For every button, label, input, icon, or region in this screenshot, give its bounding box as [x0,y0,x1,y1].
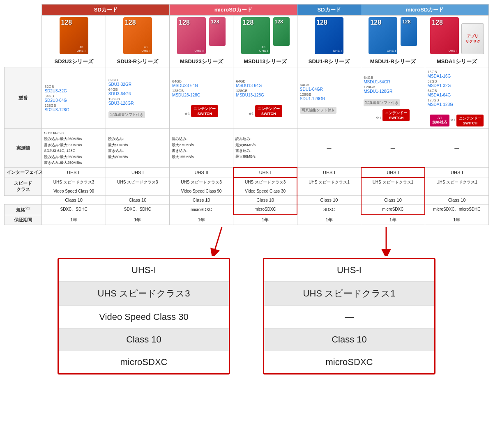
msdu23-class10: Class 10 [170,195,233,204]
product-images-row: 128 4KUHS-II 128 4KUHS-I [5,16,489,56]
sd2u3-series-name: SD2U3シリーズ [42,56,106,67]
sdu1r-interface: UHS-I [297,168,361,177]
sdu3-64gr-link[interactable]: SDU3-64GR [108,92,167,96]
sdu1r-img-cell: 128 UHS-I [297,16,361,56]
sd2u3-img-cell: 128 4KUHS-II [42,16,106,56]
measured-row: 実測値 SD2U3-32G読み込み:最大260MB/s書き込み:最大220MB/… [5,129,489,168]
sdu1r-measured: — [297,129,361,168]
msda1-16g-link[interactable]: MSDA1-16G [428,74,486,78]
msda1-img-cell: 128 UHS-I アプリサクサク [425,16,488,56]
detail-section: UHS-I UHS スピードクラス3 Video Speed Class 30 … [0,256,493,387]
measured-label: 実測値 [5,129,42,168]
msda1-format: microSDXC、microSDHC [425,204,488,215]
left-detail-video-speed: Video Speed Class 30 [59,306,229,329]
sd-group-header-1: SDカード [42,5,170,16]
msda1-uhs: UHS スピードクラス1 [425,177,488,187]
msdu1r-models: 64GB MSDU1-64GR 128GB MSDU1-128GR 写真編集ソフ… [361,67,425,129]
sdu3-32gr-link[interactable]: SDU3-32GR [108,82,167,87]
msdu23-64g-link[interactable]: MSDU23-64G [172,83,230,88]
a1-badge-msda1: A1規格対応 [430,115,449,126]
sd2u3-class10: Class 10 [42,195,106,204]
msdu23-format: microSDXC [170,204,233,215]
sdu1r-card: 128 UHS-I [315,17,343,54]
msdu1r-card-micro: 128 [401,17,417,46]
sdu3r-measured: 読み込み:最大90MB/s書き込み:最大80MB/s [106,129,169,168]
speed-class-label: スピードクラス [5,177,42,196]
msda1-class10: Class 10 [425,195,488,204]
msdu13-series-name: MSDU13シリーズ [233,56,297,67]
msdu23-interface: UHS-II [170,168,233,177]
interface-row: インターフェイス UHS-II UHS-I UHS-II UHS-I UHS-I… [5,168,489,177]
sd2u3-128g-link[interactable]: SD2U3-128G [44,108,103,112]
msdu23-card-1: 128 UHS-II [177,17,206,54]
sd2u3-interface: UHS-II [42,168,106,177]
msdu1-128gr-link[interactable]: MSDU1-128GR [364,89,422,94]
msdu23-measured: 読み込み:最大275MB/s書き込み:最大155MB/s [170,129,233,168]
svg-line-1 [214,227,222,254]
sdu1-128gr-link[interactable]: SDU1-128GR [300,96,358,101]
msda1-series-name: MSDA1シリーズ [425,56,488,67]
msdu13-warranty: 1年 [233,215,297,225]
sdu1r-video: — [297,187,361,195]
sdu1r-models: 64GB SDU1-64GR 128GB SDU1-128GR 写真編集ソフト付… [297,67,361,129]
msdu23-128g-link[interactable]: MSDU23-128G [172,93,230,97]
msdu13-128g-link[interactable]: MSDU13-128G [236,93,294,97]
msda1-128g-link[interactable]: MSDA1-128G [428,102,486,107]
uhs-speed-row: スピードクラス UHS スピードクラス3 UHS スピードクラス3 UHS スピ… [5,177,489,187]
msdu23-video: Video Speed Class 90 [170,187,233,195]
photo-soft-badge-sdu1r: 写真編集ソフト付き [300,107,336,114]
switch-note-msdu1r: ※1 [376,116,381,120]
switch-badge-msdu13: ニンテンドーSWITCH [255,105,282,117]
sd-group-header-2: SDカード [297,5,361,16]
msda1-32g-link[interactable]: MSDA1-32G [428,83,486,88]
sd2u3-measured: SD2U3-32G読み込み:最大260MB/s書き込み:最大220MB/sSD2… [42,129,106,168]
warranty-row: 保証期間 1年 1年 1年 1年 1年 1年 1年 [5,215,489,225]
msdu13-models: 64GB MSDU13-64G 128GB MSDU13-128G ※1 ニンテ… [233,67,297,129]
right-detail-interface: UHS-I [264,259,434,282]
sdu3r-format: SDXC、SDHC [106,204,169,215]
msda1-warranty: 1年 [425,215,488,225]
main-comparison-table: SDカード microSDカード SDカード microSDカード 128 4K… [4,4,489,225]
left-detail-format: microSDXC [59,351,229,373]
msdu13-card-1: 128 4KUHS-I [241,17,270,54]
msdu23-card-micro: 128 [209,17,226,46]
sd2u3-64g-link[interactable]: SD2U3-64G [44,98,103,103]
msdu13-class10: Class 10 [233,195,297,204]
msdu1-64gr-link[interactable]: MSDU1-64GR [364,80,422,84]
msdu23-img-cell: 128 UHS-II 128 [170,16,233,56]
msdu23-uhs: UHS スピードクラス3 [170,177,233,187]
model-row: 型番 32GB SD2U3-32G 64GB SD2U3-64G 128GB S… [5,67,489,129]
sdu3r-models: 32GB SDU3-32GR 64GB SDU3-64GR 128GB SDU3… [106,67,169,129]
msdu1r-uhs: UHS スピードクラス1 [361,177,425,187]
msdu13-measured: 読み込み:最大85MB/s書き込み:最大80MB/s [233,129,297,168]
sd2u3-uhs: UHS スピードクラス3 [42,177,106,187]
series-name-row: SD2U3シリーズ SDU3-Rシリーズ MSDU23シリーズ MSDU13シリ… [5,56,489,67]
msdu1r-measured: — [361,129,425,168]
format-row: 規格※2 SDXC、SDHC SDXC、SDHC microSDXC micro… [5,204,489,215]
right-detail-video-speed: — [264,306,434,329]
msdu13-card-micro: 128 [273,17,290,46]
sdu1r-uhs: UHS スピードクラス1 [297,177,361,187]
sdu3r-card: 128 4KUHS-I [123,17,152,54]
photo-soft-badge-sdu3r: 写真編集ソフト付き [108,111,145,118]
msda1-app-card: アプリサクサク [461,23,484,54]
right-detail-uhs-speed: UHS スピードクラス1 [264,282,434,306]
msdu1r-img-cell: 128 UHS-I 128 [361,16,425,56]
msdu13-64g-link[interactable]: MSDU13-64G [236,83,294,88]
sdu3r-interface: UHS-I [106,168,169,177]
interface-label: インターフェイス [5,168,42,177]
right-detail-class10: Class 10 [264,329,434,351]
msdu1r-class10: Class 10 [361,195,425,204]
msda1-64g-link[interactable]: MSDA1-64G [428,93,486,97]
msdu13-img-cell: 128 4KUHS-I 128 [233,16,297,56]
msdu1r-series-name: MSDU1-Rシリーズ [361,56,425,67]
sd2u3-format: SDXC、SDHC [42,204,106,215]
sdu1-64gr-link[interactable]: SDU1-64GR [300,87,358,92]
sd2u3-32g-link[interactable]: SD2U3-32G [44,89,103,93]
msdu23-series-name: MSDU23シリーズ [170,56,233,67]
msdu23-warranty: 1年 [170,215,233,225]
format-label: 規格※2 [5,204,42,215]
sdu3-128gr-link[interactable]: SDU3-128GR [108,101,167,106]
msdu13-format: microSDXC [233,204,297,215]
sdu3r-series-name: SDU3-Rシリーズ [106,56,169,67]
